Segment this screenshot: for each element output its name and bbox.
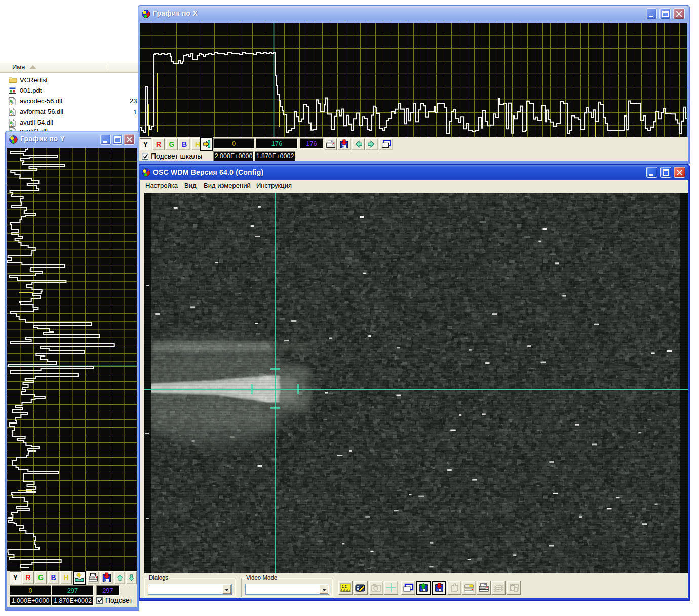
svg-text:1 2: 1 2: [342, 585, 347, 588]
